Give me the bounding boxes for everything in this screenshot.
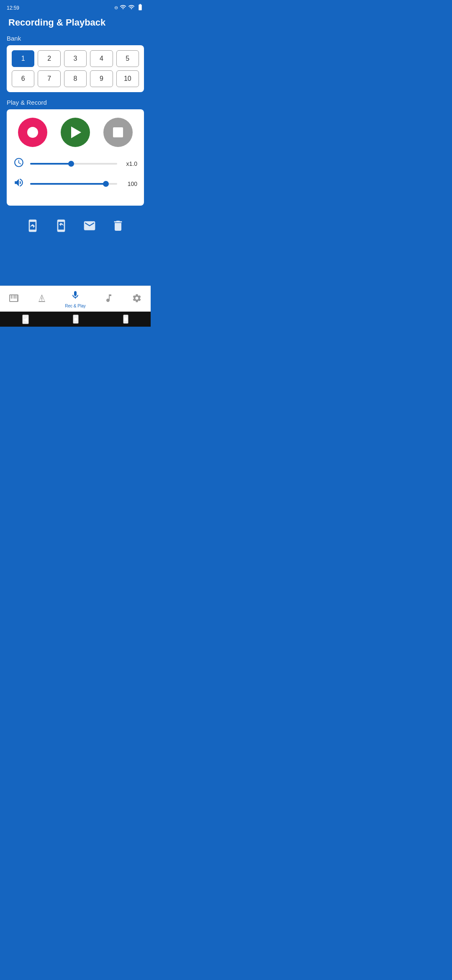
volume-slider-thumb [103, 181, 109, 187]
nav-item-settings[interactable] [132, 293, 142, 306]
bank-button-5[interactable]: 5 [116, 50, 139, 67]
export-button[interactable] [54, 219, 68, 232]
nav-item-music[interactable] [104, 293, 114, 306]
bank-button-3[interactable]: 3 [64, 50, 87, 67]
metronome-icon [37, 293, 47, 306]
android-nav: ◀ ● ■ [0, 312, 151, 327]
import-button[interactable] [26, 219, 39, 232]
bank-button-6[interactable]: 6 [12, 70, 34, 87]
stop-icon [113, 127, 123, 137]
bank-button-7[interactable]: 7 [38, 70, 60, 87]
nav-item-piano[interactable] [9, 293, 19, 306]
volume-icon [13, 177, 25, 191]
bank-button-10[interactable]: 10 [116, 70, 139, 87]
transport-buttons [13, 118, 137, 147]
wifi-icon [120, 4, 126, 12]
action-icons [7, 219, 144, 232]
volume-slider-fill [30, 183, 106, 185]
notification-icon: ⊖ [114, 5, 118, 10]
time: 12:59 [7, 5, 19, 11]
record-button[interactable] [18, 118, 47, 147]
play-record-card: x1.0 100 [7, 109, 144, 206]
bank-button-1[interactable]: 1 [12, 50, 34, 67]
volume-slider-track[interactable] [30, 183, 117, 185]
bank-button-2[interactable]: 2 [38, 50, 60, 67]
main-content: Bank 1 2 3 4 5 6 7 8 9 10 Play & Record [0, 35, 151, 239]
bank-grid: 1 2 3 4 5 6 7 8 9 10 [12, 50, 139, 87]
speed-slider-row: x1.0 [13, 157, 137, 170]
volume-slider-row: 100 [13, 177, 137, 191]
mic-icon [70, 290, 80, 303]
music-icon [104, 293, 114, 306]
play-button[interactable] [61, 118, 90, 147]
speedometer-icon [13, 157, 25, 170]
back-button[interactable]: ◀ [22, 315, 29, 324]
record-icon [27, 127, 38, 138]
recent-button[interactable]: ■ [123, 315, 129, 324]
bank-button-9[interactable]: 9 [90, 70, 113, 87]
nav-item-metronome[interactable] [37, 293, 47, 306]
speed-slider-fill [30, 163, 71, 165]
nav-item-rec-play[interactable]: Rec & Play [65, 290, 85, 308]
rec-play-label: Rec & Play [65, 304, 85, 308]
delete-button[interactable] [111, 219, 125, 232]
home-button[interactable]: ● [73, 315, 79, 324]
bank-label: Bank [7, 35, 144, 42]
play-icon [71, 126, 81, 138]
battery-icon [136, 3, 144, 12]
stop-button[interactable] [103, 118, 133, 147]
bank-section: Bank 1 2 3 4 5 6 7 8 9 10 [7, 35, 144, 92]
play-record-label: Play & Record [7, 99, 144, 106]
page-title: Recording & Playback [8, 17, 142, 28]
email-button[interactable] [83, 219, 96, 232]
status-icons: ⊖ [114, 3, 144, 12]
bank-button-4[interactable]: 4 [90, 50, 113, 67]
settings-icon [132, 293, 142, 306]
speed-value: x1.0 [122, 160, 137, 167]
bottom-nav: Rec & Play [0, 286, 151, 312]
app-header: Recording & Playback [0, 14, 151, 35]
speed-slider-thumb [68, 161, 74, 167]
volume-value: 100 [122, 181, 137, 187]
piano-icon [9, 293, 19, 306]
bank-card: 1 2 3 4 5 6 7 8 9 10 [7, 45, 144, 92]
speed-slider-track[interactable] [30, 163, 117, 165]
bank-button-8[interactable]: 8 [64, 70, 87, 87]
signal-icon [128, 4, 135, 12]
play-record-section: Play & Record [7, 99, 144, 206]
status-bar: 12:59 ⊖ [0, 0, 151, 14]
